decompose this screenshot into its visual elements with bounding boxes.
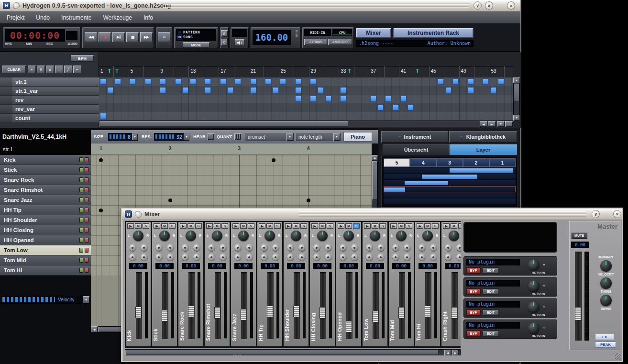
pattern-block[interactable] xyxy=(130,78,136,85)
pattern-block[interactable] xyxy=(452,78,459,85)
mute-led[interactable] xyxy=(79,208,83,212)
solo-led[interactable] xyxy=(85,258,88,263)
pattern-size-selector[interactable]: 8 ▼ xyxy=(108,133,138,141)
menu-item-instrumente[interactable]: Instrumente xyxy=(61,14,91,21)
fx-send-knob[interactable] xyxy=(430,254,437,261)
pattern-block[interactable] xyxy=(115,78,121,85)
tab-overview[interactable]: Übersicht xyxy=(383,144,450,155)
fx-send-knob[interactable] xyxy=(287,244,294,251)
fx-send-knob[interactable] xyxy=(445,254,452,261)
pattern-block[interactable] xyxy=(100,113,106,119)
bpm-display[interactable]: 160.00 xyxy=(253,30,291,45)
fader-track[interactable] xyxy=(241,272,247,339)
song-sequence-grid[interactable] xyxy=(99,77,513,121)
strip-play-button[interactable]: ▶ xyxy=(259,223,265,229)
fx-send-knob[interactable] xyxy=(377,254,385,261)
fader-handle[interactable] xyxy=(425,306,431,317)
pattern-block[interactable] xyxy=(160,78,166,85)
fx-send-knob[interactable] xyxy=(366,244,373,251)
fx-send-knob[interactable] xyxy=(129,254,136,261)
pattern-block[interactable] xyxy=(235,78,241,85)
scroll-left-icon[interactable]: ◀ xyxy=(480,121,487,127)
fx-send-knob[interactable] xyxy=(141,254,148,261)
stop-button[interactable]: ■ xyxy=(126,32,139,42)
scroll-thumb[interactable] xyxy=(99,121,348,127)
layer-row[interactable] xyxy=(384,199,516,205)
fader-track[interactable] xyxy=(399,272,405,339)
tempo-marker[interactable]: T xyxy=(115,68,118,74)
layer-row[interactable] xyxy=(384,174,516,180)
shade-button[interactable]: ∨ xyxy=(474,1,482,10)
size-dropdown-icon[interactable]: ▼ xyxy=(132,133,138,140)
strip-play-button[interactable]: ▶ xyxy=(180,223,187,229)
window-menu-icon[interactable] xyxy=(13,2,20,9)
master-mute-button[interactable]: MUTE xyxy=(571,232,587,239)
pan-knob[interactable] xyxy=(212,231,222,241)
strip-solo-button[interactable]: S xyxy=(300,223,307,229)
note-property-widget[interactable]: Velocity ▼ xyxy=(1,296,90,304)
solo-led[interactable] xyxy=(85,268,88,273)
mute-led[interactable] xyxy=(79,167,83,172)
layer-row[interactable] xyxy=(384,167,516,174)
pattern-block[interactable] xyxy=(498,78,504,85)
hear-notes-toggle[interactable] xyxy=(208,133,214,140)
fx-send-knob[interactable] xyxy=(392,254,399,261)
fx-send-knob[interactable] xyxy=(298,244,306,251)
fx-bypass-button[interactable]: BYP xyxy=(466,288,481,295)
strip-solo-button[interactable]: S xyxy=(406,223,412,229)
shade-button[interactable]: ∨ xyxy=(592,210,600,218)
pattern-list-item-count[interactable]: count xyxy=(0,114,99,123)
strip-solo-button[interactable]: S xyxy=(432,223,439,229)
master-peak-button[interactable]: PEAK xyxy=(595,342,616,348)
resolution-dropdown-icon[interactable]: ▼ xyxy=(184,133,189,140)
fader-handle[interactable] xyxy=(162,310,168,321)
fx-send-knob[interactable] xyxy=(141,244,148,251)
pattern-block[interactable] xyxy=(445,87,452,93)
scroll-right-icon[interactable]: ▶ xyxy=(488,121,496,127)
scroll-down-icon[interactable]: ▼ xyxy=(513,115,520,121)
tab-instrument[interactable]: ≡ Instrument xyxy=(381,131,448,143)
master-fx-button[interactable]: FX xyxy=(595,334,614,340)
mixer-toggle-button[interactable]: Mixer xyxy=(356,28,391,38)
pattern-block[interactable] xyxy=(107,87,113,93)
fader-track[interactable] xyxy=(188,272,195,339)
fx-send-knob[interactable] xyxy=(234,244,242,251)
pattern-block[interactable] xyxy=(325,96,331,102)
pattern-block[interactable] xyxy=(483,78,489,85)
pattern-block[interactable] xyxy=(145,78,151,85)
note[interactable] xyxy=(99,158,103,162)
strip-solo-button[interactable]: S xyxy=(143,223,149,229)
fx-send-knob[interactable] xyxy=(261,244,268,251)
fx-send-knob[interactable] xyxy=(404,244,411,251)
mute-led[interactable] xyxy=(79,188,83,192)
fx-send-knob[interactable] xyxy=(272,244,279,251)
strip-play-button[interactable]: ▶ xyxy=(417,223,423,229)
pattern-block[interactable] xyxy=(280,78,286,85)
instrument-row-stick[interactable]: Stick xyxy=(0,165,91,175)
menu-item-werkzeuge[interactable]: Werkzeuge xyxy=(103,14,132,21)
swing-knob[interactable] xyxy=(600,295,612,306)
strip-mute-button[interactable]: M xyxy=(240,223,247,229)
pattern-block[interactable] xyxy=(340,96,346,102)
fx-send-knob[interactable] xyxy=(445,244,452,251)
solo-led[interactable] xyxy=(85,228,88,232)
fx-send-knob[interactable] xyxy=(155,244,163,251)
solo-led[interactable] xyxy=(85,198,88,202)
fx-send-knob[interactable] xyxy=(208,244,215,251)
fx-plugin-display[interactable]: No plugin xyxy=(466,280,520,287)
fader-handle[interactable] xyxy=(293,306,299,317)
layer-row[interactable] xyxy=(384,186,516,192)
beat-counter-b-button[interactable]: B xyxy=(221,30,228,37)
fx-send-knob[interactable] xyxy=(419,244,426,251)
scroll-thumb[interactable] xyxy=(514,84,519,102)
fx-edit-button[interactable]: EDIT xyxy=(483,267,499,274)
song-edit-button-1[interactable]: ∨ xyxy=(37,66,45,73)
jack-master-button[interactable]: J.MASTER xyxy=(328,39,352,45)
resize-corner[interactable] xyxy=(615,353,621,360)
chevron-down-icon[interactable]: ▼ xyxy=(333,133,340,141)
fx-send-knob[interactable] xyxy=(246,254,253,261)
song-grid-row-rev-var[interactable] xyxy=(99,103,513,112)
pattern-block[interactable] xyxy=(393,104,399,110)
velocity-knob[interactable] xyxy=(600,260,612,272)
scroll-thumb[interactable] xyxy=(125,350,439,355)
